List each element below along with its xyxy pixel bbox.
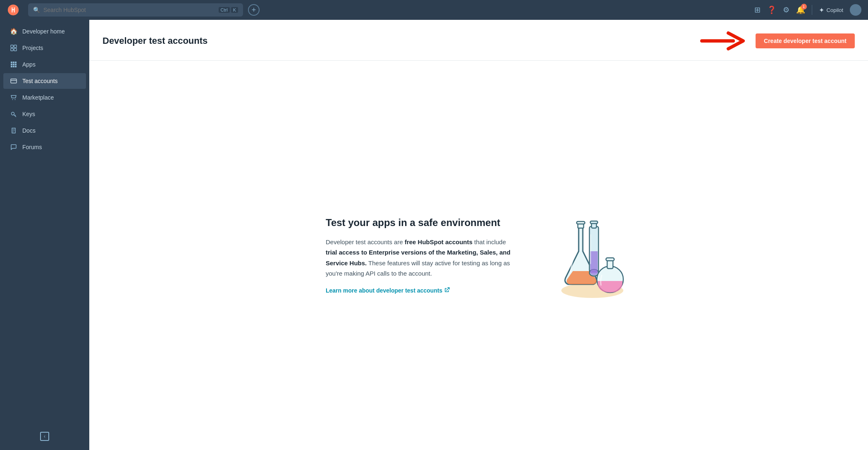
sidebar-collapse-button[interactable]: ‹	[3, 428, 86, 445]
svg-point-17	[15, 99, 16, 100]
k-key: K	[231, 7, 238, 13]
svg-rect-30	[606, 258, 614, 261]
svg-rect-14	[11, 79, 17, 83]
sidebar-item-label: Forums	[22, 144, 42, 150]
hubspot-logo[interactable]	[7, 3, 20, 17]
svg-rect-21	[577, 221, 585, 224]
page-header: Developer test accounts Create developer…	[89, 20, 868, 61]
search-icon: 🔍	[33, 7, 40, 13]
sidebar-item-apps[interactable]: Apps	[3, 57, 86, 72]
forums-icon	[10, 143, 17, 151]
svg-rect-7	[15, 62, 17, 63]
top-nav: 🔍 Ctrl K + ⊞ ❓ ⚙ 🔔 1 ✦ Copilot	[0, 0, 868, 20]
svg-point-25	[590, 270, 598, 275]
svg-rect-24	[590, 251, 598, 273]
help-icon[interactable]: ❓	[767, 5, 776, 14]
docs-icon	[10, 127, 17, 134]
sidebar-item-label: Marketplace	[22, 94, 54, 101]
sidebar-item-label: Projects	[22, 45, 43, 51]
copilot-button[interactable]: ✦ Copilot	[819, 6, 843, 14]
copilot-icon: ✦	[819, 6, 824, 14]
empty-state-title: Test your apps in a safe environment	[326, 217, 516, 229]
notifications-icon[interactable]: 🔔 1	[796, 5, 805, 14]
external-link-icon	[444, 287, 450, 294]
search-input[interactable]	[43, 7, 215, 13]
svg-rect-1	[11, 45, 13, 48]
marketplace-icon	[10, 94, 17, 101]
keys-icon	[10, 110, 17, 118]
notification-badge: 1	[801, 4, 807, 10]
svg-rect-9	[13, 64, 14, 65]
search-shortcut: Ctrl K	[219, 7, 238, 13]
sidebar-item-label: Docs	[22, 127, 36, 134]
svg-rect-2	[14, 45, 17, 48]
empty-state: Test your apps in a safe environment Dev…	[326, 210, 632, 301]
sidebar: 🏠 Developer home Projects Apps Test acco…	[0, 20, 89, 450]
grid-icon[interactable]: ⊞	[754, 5, 761, 14]
sidebar-item-projects[interactable]: Projects	[3, 40, 86, 56]
svg-rect-4	[14, 48, 17, 51]
sidebar-item-forums[interactable]: Forums	[3, 139, 86, 155]
sidebar-item-label: Test accounts	[22, 78, 58, 84]
test-accounts-icon	[10, 77, 17, 85]
add-button[interactable]: +	[248, 4, 260, 16]
tall-flask	[589, 221, 599, 276]
avatar[interactable]	[850, 4, 861, 16]
svg-rect-8	[11, 64, 12, 65]
apps-icon	[10, 61, 17, 68]
learn-more-link[interactable]: Learn more about developer test accounts	[326, 287, 450, 294]
sidebar-item-keys[interactable]: Keys	[3, 106, 86, 122]
svg-rect-12	[13, 66, 14, 67]
nav-icons: ⊞ ❓ ⚙ 🔔 1 ✦ Copilot	[754, 4, 861, 16]
body-text-mid: that include	[472, 238, 506, 245]
nav-divider	[812, 5, 812, 15]
svg-rect-3	[11, 48, 13, 51]
projects-icon	[10, 44, 17, 52]
create-developer-test-account-button[interactable]: Create developer test account	[756, 33, 855, 48]
red-arrow-annotation	[700, 30, 746, 52]
search-bar[interactable]: 🔍 Ctrl K	[28, 3, 243, 17]
svg-rect-6	[13, 62, 14, 63]
collapse-icon: ‹	[40, 432, 49, 441]
sidebar-item-developer-home[interactable]: 🏠 Developer home	[3, 24, 86, 39]
sidebar-item-label: Apps	[22, 61, 36, 68]
home-icon: 🏠	[10, 28, 17, 35]
learn-more-label: Learn more about developer test accounts	[326, 287, 442, 294]
svg-point-16	[12, 99, 13, 100]
sidebar-item-test-accounts[interactable]: Test accounts	[3, 73, 86, 89]
sidebar-item-marketplace[interactable]: Marketplace	[3, 90, 86, 105]
body-text-start: Developer test accounts are	[326, 238, 405, 245]
svg-rect-5	[11, 62, 12, 63]
copilot-label: Copilot	[827, 7, 843, 13]
sidebar-item-label: Developer home	[22, 28, 65, 35]
lab-illustration	[549, 210, 632, 301]
settings-icon[interactable]: ⚙	[783, 5, 789, 14]
svg-rect-13	[15, 66, 17, 67]
svg-rect-11	[11, 66, 12, 67]
small-flask	[597, 258, 623, 293]
header-right: Create developer test account	[700, 30, 855, 52]
svg-rect-10	[15, 64, 17, 65]
sidebar-item-docs[interactable]: Docs	[3, 123, 86, 138]
page-content: Test your apps in a safe environment Dev…	[89, 61, 868, 450]
content-area: Developer test accounts Create developer…	[89, 20, 868, 450]
svg-rect-27	[590, 221, 598, 224]
main-layout: 🏠 Developer home Projects Apps Test acco…	[0, 20, 868, 450]
body-bold-free: free HubSpot accounts	[405, 238, 472, 245]
page-title: Developer test accounts	[103, 36, 207, 46]
empty-state-body: Developer test accounts are free HubSpot…	[326, 237, 516, 279]
ctrl-key: Ctrl	[219, 7, 230, 13]
sidebar-item-label: Keys	[22, 111, 35, 117]
empty-state-text: Test your apps in a safe environment Dev…	[326, 217, 516, 294]
